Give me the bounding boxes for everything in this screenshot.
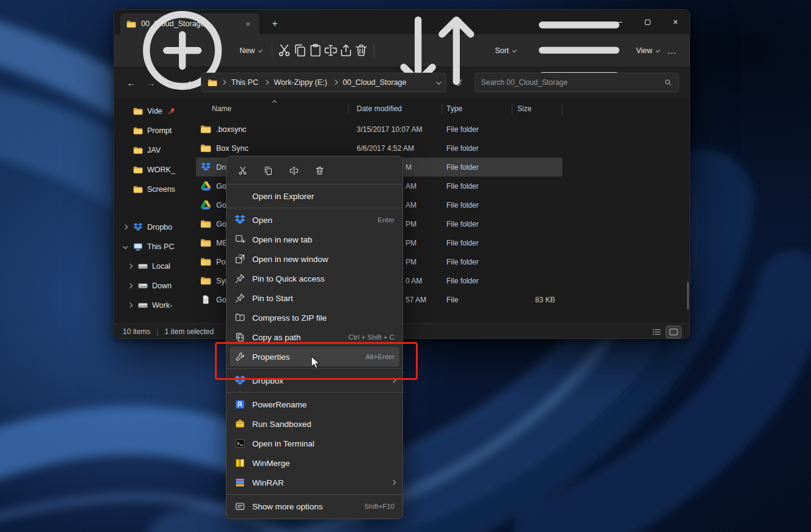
menu-item-label: Open in Terminal <box>252 439 395 448</box>
menu-item-powerrename[interactable]: PowerRename <box>230 395 399 414</box>
chevron-down-icon <box>656 48 660 52</box>
menu-item-pin-to-quick-access[interactable]: Pin to Quick access <box>230 269 399 288</box>
chevron-glyph <box>128 264 133 269</box>
new-tab-button[interactable]: + <box>264 13 285 34</box>
file-name-cell: .boxsync <box>196 125 349 134</box>
up-icon: ↑ <box>187 78 192 88</box>
copy-button[interactable] <box>293 40 308 61</box>
back-icon: ← <box>127 78 136 88</box>
breadcrumb-drive[interactable]: Work-Zippy (E:) <box>272 77 329 88</box>
menu-item-winrar[interactable]: WinRAR <box>230 473 399 492</box>
chevron-right-icon[interactable] <box>122 225 129 229</box>
copy-button[interactable] <box>257 161 279 180</box>
menu-item-open[interactable]: OpenEnter <box>230 210 399 230</box>
new-button[interactable]: New <box>124 40 267 61</box>
sidebar-item-down[interactable]: Down <box>114 276 196 296</box>
menu-item-compress-to-zip-file[interactable]: Compress to ZIP file <box>230 308 399 327</box>
view-toggles <box>649 326 681 338</box>
sidebar-item-work[interactable]: WORK_ <box>114 160 196 180</box>
maximize-icon <box>645 20 650 25</box>
menu-item-label: Open in new tab <box>252 235 395 244</box>
maximize-button[interactable] <box>633 10 661 34</box>
rename-button[interactable] <box>323 40 338 61</box>
file-type: File folder <box>442 163 512 172</box>
refresh-button[interactable] <box>449 73 467 92</box>
menu-item-open-in-explorer[interactable]: Open in Explorer <box>230 186 399 206</box>
sort-button[interactable]: Sort <box>379 40 521 61</box>
view-button[interactable]: View <box>521 40 664 61</box>
menu-item-winmerge[interactable]: WinMerge <box>230 453 399 473</box>
menu-item-open-in-new-window[interactable]: Open in new window <box>230 249 399 269</box>
cut-button[interactable] <box>277 40 292 61</box>
folder-icon <box>200 276 211 285</box>
sidebar-item-local[interactable]: Local <box>114 257 196 276</box>
cut-button[interactable] <box>231 161 253 180</box>
sidebar-item-prompt[interactable]: Prompt <box>114 121 196 140</box>
chevron-right-icon[interactable] <box>126 264 134 268</box>
rename-icon <box>289 166 299 176</box>
chevron-glyph <box>128 283 133 288</box>
menu-item-open-in-new-tab[interactable]: Open in new tab <box>230 230 399 249</box>
sidebar-item-vide[interactable]: Vide <box>114 101 196 121</box>
menu-item-show-more-options[interactable]: Show more optionsShift+F10 <box>230 497 399 516</box>
tab-close-icon[interactable]: × <box>242 18 253 29</box>
search-input[interactable] <box>481 78 659 87</box>
menu-divider <box>227 184 402 184</box>
chevron-glyph <box>123 225 128 230</box>
column-header-size[interactable]: Size <box>512 98 562 120</box>
column-header-date-modified[interactable]: Date modified <box>349 98 442 120</box>
column-header-type[interactable]: Type <box>442 98 512 120</box>
newtab-icon <box>235 234 245 245</box>
see-more-button[interactable]: … <box>664 40 680 61</box>
chevron-right-icon[interactable] <box>126 304 134 307</box>
recent-locations-button[interactable] <box>162 73 179 92</box>
forward-icon: → <box>147 78 156 88</box>
close-button[interactable]: × <box>661 10 689 34</box>
file-name-cell: Box Sync <box>196 144 349 153</box>
menu-item-label: Show more options <box>252 502 357 511</box>
sidebar-item-this-pc[interactable]: This PC <box>114 237 196 257</box>
delete-button[interactable] <box>354 40 369 61</box>
details-view-button[interactable] <box>649 326 664 338</box>
back-button[interactable]: ← <box>123 73 140 92</box>
breadcrumb-current-folder[interactable]: 00_Cloud_Storage <box>341 77 408 88</box>
menu-item-pin-to-start[interactable]: Pin to Start <box>230 288 399 308</box>
share-icon <box>338 43 354 58</box>
sidebar-item-work[interactable]: Work- <box>114 296 196 315</box>
large-icons-view-button[interactable] <box>666 326 681 338</box>
search-box[interactable] <box>475 73 679 92</box>
sidebar-spacer <box>114 199 196 217</box>
menu-item-run-sandboxed[interactable]: Run Sandboxed <box>230 414 399 434</box>
chevron-down-icon <box>169 79 173 84</box>
terminal-icon <box>235 438 245 449</box>
up-button[interactable]: ↑ <box>181 73 198 92</box>
sidebar-item-label: Prompt <box>147 126 172 135</box>
share-button[interactable] <box>338 40 354 61</box>
file-date: 3/15/2017 10:07 AM <box>349 125 442 134</box>
sidebar-item-screens[interactable]: Screens <box>114 180 196 199</box>
chevron-down-icon[interactable] <box>122 245 129 249</box>
menu-item-open-in-terminal[interactable]: Open in Terminal <box>230 434 399 453</box>
file-type: File folder <box>442 144 512 153</box>
breadcrumb-bar[interactable]: This PC Work-Zippy (E:) 00_Cloud_Storage <box>201 73 446 92</box>
sidebar-item-jav[interactable]: JAV <box>114 140 196 160</box>
chevron-right-icon[interactable] <box>126 284 134 288</box>
forward-button[interactable]: → <box>142 73 159 92</box>
copy-icon <box>293 43 308 58</box>
rename-button[interactable] <box>283 161 305 180</box>
context-menu: Open in ExplorerOpenEnterOpen in new tab… <box>226 156 403 519</box>
breadcrumb-this-pc[interactable]: This PC <box>230 77 260 88</box>
sidebar-item-label: Work- <box>152 301 172 310</box>
disk-icon <box>138 282 148 290</box>
delete-button[interactable] <box>308 161 330 180</box>
address-dropdown-icon[interactable] <box>436 79 441 84</box>
file-type: File folder <box>442 220 512 228</box>
paste-button[interactable] <box>308 40 323 61</box>
folder-icon <box>133 126 143 135</box>
sidebar-item-dropbo[interactable]: Dropbo <box>114 217 196 237</box>
sidebar-item-label: WORK_ <box>147 166 175 174</box>
file-row-box-sync[interactable]: Box Sync6/6/2017 4:52 AMFile folder <box>196 139 562 158</box>
file-row-boxsync[interactable]: .boxsync3/15/2017 10:07 AMFile folder <box>196 120 562 139</box>
file-type: File folder <box>442 258 512 266</box>
column-header-name[interactable]: Name <box>196 98 349 120</box>
